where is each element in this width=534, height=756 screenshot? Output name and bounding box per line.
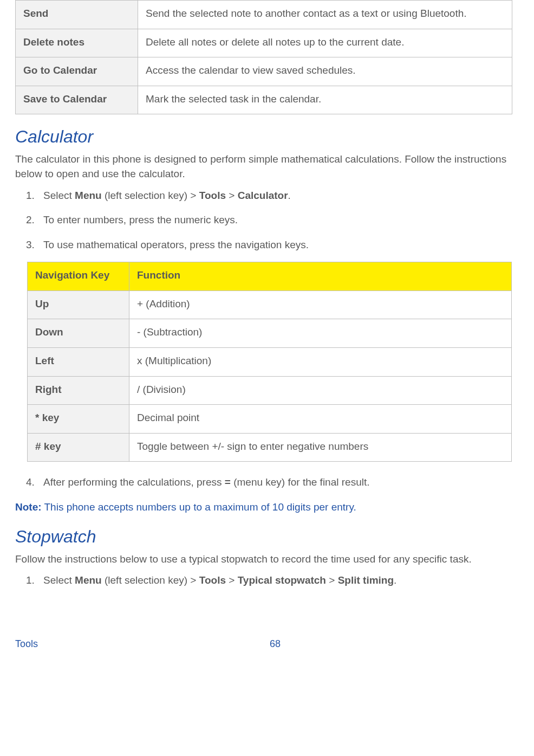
- step-text: To enter numbers, press the numeric keys…: [43, 214, 238, 225]
- cell-func: + (Addition): [129, 290, 512, 319]
- stopwatch-steps: 1. Select Menu (left selection key) > To…: [15, 573, 519, 588]
- step-text-bold: Tools: [199, 574, 226, 586]
- options-table: Send Send the selected note to another c…: [15, 0, 512, 114]
- cell-func: Toggle between +/- sign to enter negativ…: [129, 433, 512, 462]
- cell-func: Decimal point: [129, 405, 512, 434]
- calculator-heading: Calculator: [15, 124, 519, 149]
- cell-func: x (Multiplication): [129, 347, 512, 376]
- step-text-frag: >: [326, 574, 338, 586]
- cell-func: / (Division): [129, 376, 512, 405]
- step-text-bold: Tools: [199, 190, 226, 201]
- note-label: Note:: [15, 501, 42, 513]
- cell-key: Up: [28, 290, 129, 319]
- table-row: Send Send the selected note to another c…: [16, 1, 512, 29]
- step-text: To use mathematical operators, press the…: [43, 239, 309, 250]
- step-text-bold: =: [225, 476, 231, 488]
- cell-key: Down: [28, 319, 129, 348]
- col-header-key: Navigation Key: [28, 262, 129, 291]
- note-line: Note: This phone accepts numbers up to a…: [15, 500, 519, 515]
- list-number: 4.: [26, 475, 35, 490]
- step-text-frag: (menu key) for the final result.: [231, 476, 370, 488]
- step-text-frag: .: [288, 190, 291, 201]
- page-footer: Tools 68: [15, 637, 519, 651]
- row-label: Send: [16, 1, 138, 29]
- table-row: Go to Calendar Access the calendar to vi…: [16, 57, 512, 86]
- list-number: 3.: [26, 237, 35, 253]
- navkey-table: Navigation Key Function Up + (Addition) …: [27, 262, 512, 462]
- step-text-bold: Calculator: [238, 190, 288, 201]
- step-text-bold: Menu: [75, 190, 102, 201]
- step-text-bold: Split timing: [338, 574, 394, 586]
- cell-key: # key: [28, 433, 129, 462]
- step-text-frag: After performing the calculations, press: [43, 476, 225, 488]
- row-desc: Access the calendar to view saved schedu…: [138, 57, 512, 86]
- row-label: Delete notes: [16, 29, 138, 57]
- footer-page-number: 68: [270, 637, 281, 651]
- cell-key: * key: [28, 405, 129, 434]
- list-item: 3. To use mathematical operators, press …: [43, 237, 519, 253]
- step-text-frag: (left selection key) >: [102, 190, 199, 201]
- table-row: Delete notes Delete all notes or delete …: [16, 29, 512, 57]
- table-row: Right / (Division): [28, 376, 512, 405]
- list-number: 1.: [26, 573, 35, 588]
- row-desc: Mark the selected task in the calendar.: [138, 86, 512, 114]
- list-number: 2.: [26, 212, 35, 228]
- step-text-frag: >: [226, 190, 238, 201]
- stopwatch-intro: Follow the instructions below to use a t…: [15, 552, 519, 567]
- calculator-steps-cont: 4. After performing the calculations, pr…: [15, 475, 519, 490]
- table-row: Left x (Multiplication): [28, 347, 512, 376]
- footer-section: Tools: [15, 637, 38, 651]
- step-text-frag: Select: [43, 574, 75, 586]
- step-text-frag: .: [394, 574, 396, 586]
- table-row: Down - (Subtraction): [28, 319, 512, 348]
- calculator-steps: 1. Select Menu (left selection key) > To…: [15, 188, 519, 253]
- list-item: 1. Select Menu (left selection key) > To…: [43, 188, 519, 203]
- list-item: 1. Select Menu (left selection key) > To…: [43, 573, 519, 588]
- step-text-frag: >: [226, 574, 238, 586]
- cell-func: - (Subtraction): [129, 319, 512, 348]
- list-item: 4. After performing the calculations, pr…: [43, 475, 519, 490]
- row-label: Save to Calendar: [16, 86, 138, 114]
- col-header-func: Function: [129, 262, 512, 291]
- row-desc: Send the selected note to another contac…: [138, 1, 512, 29]
- list-number: 1.: [26, 188, 35, 203]
- row-desc: Delete all notes or delete all notes up …: [138, 29, 512, 57]
- step-text-frag: Select: [43, 190, 75, 201]
- cell-key: Right: [28, 376, 129, 405]
- document-page: Send Send the selected note to another c…: [0, 0, 534, 662]
- table-row: Up + (Addition): [28, 290, 512, 319]
- list-item: 2. To enter numbers, press the numeric k…: [43, 212, 519, 228]
- step-text-bold: Menu: [75, 574, 102, 586]
- table-row: Save to Calendar Mark the selected task …: [16, 86, 512, 114]
- step-text-bold: Typical stopwatch: [238, 574, 326, 586]
- cell-key: Left: [28, 347, 129, 376]
- table-row: * key Decimal point: [28, 405, 512, 434]
- step-text-frag: (left selection key) >: [102, 574, 199, 586]
- stopwatch-heading: Stopwatch: [15, 524, 519, 549]
- table-row: # key Toggle between +/- sign to enter n…: [28, 433, 512, 462]
- calculator-intro: The calculator in this phone is designed…: [15, 152, 519, 182]
- table-header-row: Navigation Key Function: [28, 262, 512, 291]
- note-text: This phone accepts numbers up to a maxim…: [42, 501, 356, 513]
- row-label: Go to Calendar: [16, 57, 138, 86]
